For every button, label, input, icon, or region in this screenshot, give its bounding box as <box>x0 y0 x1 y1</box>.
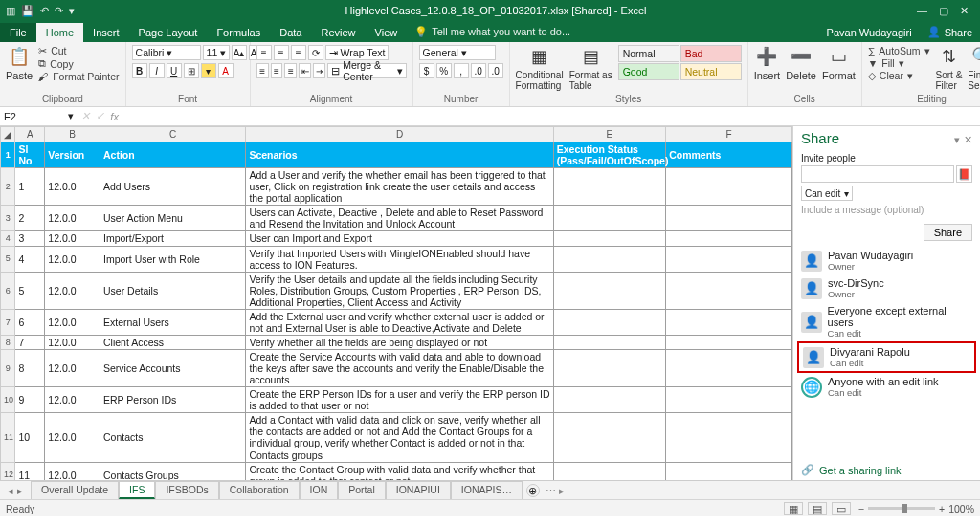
cell[interactable]: Verify that Imported Users with MingleIO… <box>246 246 553 272</box>
cell[interactable]: 2 <box>15 206 45 231</box>
cell[interactable] <box>666 231 792 246</box>
cell[interactable]: 10 <box>15 413 45 462</box>
tab-data[interactable]: Data <box>270 23 311 42</box>
cell[interactable]: User can Import and Export <box>246 231 553 246</box>
header-scenarios[interactable]: Scenarios <box>246 142 553 168</box>
select-all-corner[interactable]: ◢ <box>1 127 15 142</box>
delete-cells-button[interactable]: ➖Delete <box>786 45 816 81</box>
dec-decimal-icon[interactable]: .0 <box>488 63 503 78</box>
header-comments[interactable]: Comments <box>666 142 792 168</box>
tab-insert[interactable]: Insert <box>83 23 129 42</box>
cell[interactable]: 4 <box>15 246 45 272</box>
get-sharing-link[interactable]: 🔗Get a sharing link <box>793 460 980 480</box>
format-painter-button[interactable]: 🖌Format Painter <box>38 71 119 82</box>
align-center-icon[interactable]: ≡ <box>271 63 283 78</box>
cell[interactable]: 5 <box>15 272 45 309</box>
font-color-button[interactable]: A <box>218 63 234 78</box>
cell[interactable] <box>553 413 665 462</box>
cell[interactable] <box>553 206 665 231</box>
fill-color-button[interactable]: ▾ <box>201 63 216 78</box>
cell[interactable] <box>553 387 665 413</box>
sheet-nav-prev[interactable]: ◂ <box>8 485 13 496</box>
cell[interactable]: ERP Person IDs <box>100 387 246 413</box>
invite-input[interactable] <box>801 165 954 183</box>
tab-review[interactable]: Review <box>311 23 365 42</box>
cell[interactable]: User Action Menu <box>100 206 246 231</box>
zoom-level[interactable]: 100% <box>948 503 974 514</box>
sheet-tab[interactable]: IFS <box>119 481 155 499</box>
add-sheet-button[interactable]: ⊕ <box>526 484 540 497</box>
cell[interactable]: Add a User and verify the whether email … <box>246 168 553 206</box>
cell[interactable]: Import/Export <box>100 231 246 246</box>
share-person[interactable]: 👤Everyone except external usersCan edit <box>793 302 980 341</box>
scroll-tabs-icon[interactable]: ⋯ ▸ <box>546 485 565 496</box>
sheet-tab[interactable]: ION <box>300 481 339 499</box>
cell[interactable]: Add Users <box>100 168 246 206</box>
align-top-icon[interactable]: ≡ <box>256 45 272 60</box>
align-bottom-icon[interactable]: ≡ <box>291 45 306 60</box>
cell[interactable] <box>666 387 792 413</box>
address-book-icon[interactable]: 📕 <box>956 165 972 183</box>
sheet-tab[interactable]: IONAPIS… <box>451 481 523 499</box>
style-good[interactable]: Good <box>618 63 679 80</box>
cell[interactable]: 12.0.0 <box>45 246 100 272</box>
cell[interactable]: 9 <box>15 387 45 413</box>
align-left-icon[interactable]: ≡ <box>256 63 269 78</box>
save-icon[interactable]: 💾 <box>21 5 34 17</box>
cell[interactable]: Add a Contact with valid data and click … <box>246 413 553 462</box>
cell[interactable]: 6 <box>15 309 45 335</box>
cell[interactable] <box>553 246 665 272</box>
cell[interactable]: 7 <box>15 335 45 349</box>
align-middle-icon[interactable]: ≡ <box>274 45 289 60</box>
indent-inc-icon[interactable]: ⇥ <box>313 63 325 78</box>
header-version[interactable]: Version <box>45 142 100 168</box>
col-header[interactable]: B <box>45 127 100 142</box>
format-cells-button[interactable]: ▭Format <box>822 45 856 81</box>
cell[interactable]: 12.0.0 <box>45 309 100 335</box>
cell[interactable]: External Users <box>100 309 246 335</box>
window-controls[interactable]: —▢✕ <box>911 5 974 17</box>
cell[interactable]: Contacts <box>100 413 246 462</box>
share-person[interactable]: 👤Divyarani RapoluCan edit <box>797 341 976 373</box>
merge-center-button[interactable]: ⊟ Merge & Center ▾ <box>327 63 406 78</box>
row-number[interactable]: 2 <box>1 168 15 206</box>
accounting-icon[interactable]: $ <box>419 63 434 78</box>
clear-button[interactable]: ◇Clear▾ <box>868 70 930 81</box>
signed-in-user[interactable]: Pavan Wudayagiri <box>819 23 920 42</box>
header-action[interactable]: Action <box>100 142 246 168</box>
tab-file[interactable]: File <box>0 23 36 42</box>
cell[interactable]: Add the External user and verify whether… <box>246 309 553 335</box>
inc-decimal-icon[interactable]: .0 <box>471 63 486 78</box>
cell[interactable] <box>666 335 792 349</box>
zoom-in-icon[interactable]: + <box>939 503 945 514</box>
view-page-break-icon[interactable]: ▭ <box>832 502 851 515</box>
fill-button[interactable]: ▼Fill▾ <box>868 57 930 69</box>
share-person[interactable]: 👤Pavan WudayagiriOwner <box>793 247 980 274</box>
message-placeholder[interactable]: Include a message (optional) <box>801 205 972 215</box>
font-size-select[interactable]: 11▾ <box>203 45 230 60</box>
star-icon[interactable]: ▾ <box>954 134 960 145</box>
cell[interactable]: 12.0.0 <box>45 231 100 246</box>
undo-icon[interactable]: ↶ <box>40 5 49 17</box>
share-submit-button[interactable]: Share <box>924 224 972 241</box>
sheet-tab[interactable]: Portal <box>338 481 385 499</box>
row-number[interactable]: 7 <box>1 309 15 335</box>
comma-icon[interactable]: , <box>454 63 469 78</box>
cell[interactable] <box>666 350 792 387</box>
cell[interactable] <box>666 413 792 462</box>
cell[interactable] <box>666 462 792 480</box>
cell[interactable]: Users can Activate, Deactive , Delete an… <box>246 206 553 231</box>
worksheet-grid[interactable]: ◢ A B C D E F 1 Sl No Version Action Sce… <box>0 126 792 480</box>
number-format-select[interactable]: General▾ <box>419 45 496 60</box>
row-number[interactable]: 4 <box>1 231 15 246</box>
align-right-icon[interactable]: ≡ <box>284 63 297 78</box>
row-number[interactable]: 3 <box>1 206 15 231</box>
zoom-out-icon[interactable]: − <box>858 503 864 514</box>
cell[interactable]: Client Access <box>100 335 246 349</box>
cell[interactable] <box>553 231 665 246</box>
tab-home[interactable]: Home <box>36 23 83 42</box>
cell[interactable]: 12.0.0 <box>45 462 100 480</box>
row-number[interactable]: 5 <box>1 246 15 272</box>
cell[interactable]: 12.0.0 <box>45 206 100 231</box>
paste-button[interactable]: 📋Paste <box>6 45 33 81</box>
